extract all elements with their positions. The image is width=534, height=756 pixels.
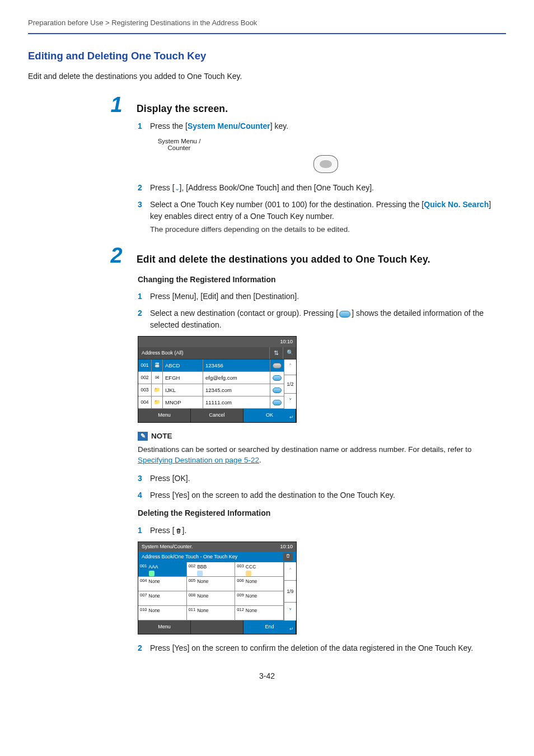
clock-label: 10:10 (280, 338, 293, 346)
scroll-up-button[interactable]: ˄ (284, 360, 296, 375)
text: ]. (182, 526, 187, 535)
scroll-down-button[interactable]: ˅ (284, 394, 296, 409)
info-pill-icon (273, 363, 282, 368)
sort-button[interactable]: ⇅ (269, 347, 283, 359)
one-touch-cell[interactable]: 005None (187, 577, 236, 591)
cell-label: AAA (149, 563, 158, 570)
row-info-button[interactable] (270, 396, 284, 408)
cell-label: None (197, 592, 208, 599)
sort-icon: ⇅ (274, 349, 279, 358)
trash-icon (175, 527, 182, 535)
breadcrumb: Preparation before Use > Registering Des… (28, 18, 506, 33)
one-touch-cell[interactable]: 002BBB (187, 562, 236, 577)
row-index: 002 (138, 372, 152, 384)
step-number-2: 2 (106, 245, 127, 266)
cell-index: 012 (237, 607, 244, 613)
address-book-row[interactable]: 001📇ABCD123456 (138, 360, 284, 372)
quick-no-search-key: Quick No. Search (424, 200, 489, 209)
search-icon: 🔍 (287, 349, 293, 357)
row-value: 123456 (203, 360, 270, 371)
row-value: 12345.com (203, 384, 270, 396)
substep-body: Press [ ]. (150, 525, 500, 536)
cell-label: None (197, 607, 208, 614)
search-button[interactable]: 🔍 (283, 347, 296, 359)
substep-num: 4 (138, 489, 144, 501)
menu-button[interactable]: Menu (138, 620, 191, 634)
cell-index: 009 (237, 592, 244, 599)
cell-index: 007 (140, 592, 147, 599)
spacer (191, 620, 243, 634)
row-type-icon: 📁 (152, 384, 163, 396)
one-touch-cell[interactable]: 004None (138, 577, 187, 591)
cell-index: 003 (237, 563, 244, 570)
row-info-button[interactable] (270, 372, 284, 384)
enter-icon: ↵ (289, 414, 294, 421)
address-book-row[interactable]: 003📁IJKL12345.com (138, 384, 284, 396)
specifying-destination-link[interactable]: Specifying Destination on page 5-22 (138, 456, 259, 464)
end-button[interactable]: End↵ (243, 620, 296, 634)
info-pill-icon (273, 400, 282, 405)
page-counter: 1/2 (284, 375, 296, 394)
one-touch-cell[interactable]: 007None (138, 591, 187, 606)
chevron-down-icon: ˅ (289, 607, 292, 616)
address-book-row[interactable]: 004📁MNOP11111.com (138, 396, 284, 409)
substep-num: 1 (138, 120, 144, 132)
text: ], [Address Book/One Touch] and then [On… (180, 183, 374, 192)
folder-icon (246, 571, 251, 576)
row-index: 003 (138, 384, 152, 396)
info-pill-icon (273, 388, 282, 393)
cell-index: 011 (189, 607, 196, 613)
page-title: Editing and Deleting One Touch Key (28, 49, 506, 64)
screen-title: Address Book/One Touch - One Touch Key (142, 553, 237, 561)
one-touch-key-screen: System Menu/Counter. 10:10 Address Book/… (138, 542, 297, 634)
cell-label: BBB (197, 563, 207, 570)
clock-label: 10:10 (280, 543, 293, 550)
cell-label: None (149, 607, 160, 614)
one-touch-cell[interactable]: 008None (187, 591, 236, 606)
cell-label: CCC (246, 563, 256, 570)
row-name: ABCD (163, 360, 203, 371)
row-type-icon: 📇 (152, 360, 163, 371)
chevron-up-icon: ˄ (289, 362, 292, 371)
row-info-button[interactable] (270, 384, 284, 396)
text: Select a new destination (contact or gro… (150, 309, 338, 318)
substep-body: Press [Yes] on the screen to confirm the… (150, 642, 500, 654)
delete-button[interactable] (283, 553, 293, 561)
row-info-button[interactable] (270, 360, 284, 371)
system-menu-counter-key: System Menu/Counter (188, 122, 270, 130)
one-touch-cell[interactable]: 011None (187, 606, 236, 620)
cell-label: None (149, 592, 160, 599)
text: Press [ (150, 526, 175, 535)
substep-body: Press [Menu], [Edit] and then [Destinati… (150, 291, 500, 302)
step-title-1: Display the screen. (137, 102, 500, 116)
sub-note: The procedure differs depending on the d… (150, 224, 500, 235)
one-touch-cell[interactable]: 006None (235, 577, 284, 591)
cell-index: 005 (189, 578, 196, 584)
label-line: Counter (168, 144, 191, 151)
scroll-up-button[interactable]: ˄ (284, 562, 296, 581)
one-touch-cell[interactable]: 010None (138, 606, 187, 620)
address-book-row[interactable]: 002✉EFGHefg@efg.com (138, 372, 284, 384)
one-touch-cell[interactable]: 009None (235, 591, 284, 606)
one-touch-cell[interactable]: 012None (235, 606, 284, 620)
ok-button[interactable]: OK↵ (243, 409, 296, 422)
substep-num: 2 (138, 182, 144, 193)
substep-num: 2 (138, 642, 144, 654)
end-label: End (265, 623, 274, 631)
group-icon (197, 571, 203, 576)
scroll-down-button[interactable]: ˅ (284, 603, 296, 620)
row-index: 004 (138, 396, 152, 408)
page-counter: 1/9 (284, 581, 296, 603)
one-touch-cell[interactable]: 001AAA (138, 562, 187, 577)
system-menu-button[interactable] (313, 155, 338, 173)
chevron-up-icon: ˄ (289, 567, 292, 576)
row-name: MNOP (163, 396, 203, 408)
text: Press the [ (150, 122, 188, 130)
text: Select a One Touch Key number (001 to 10… (150, 200, 424, 209)
cancel-button[interactable]: Cancel (191, 409, 243, 422)
cell-index: 004 (140, 578, 147, 584)
one-touch-cell[interactable]: 003CCC (235, 562, 284, 577)
cell-index: 008 (189, 592, 196, 599)
menu-button[interactable]: Menu (138, 409, 191, 422)
ok-label: OK (266, 412, 273, 419)
